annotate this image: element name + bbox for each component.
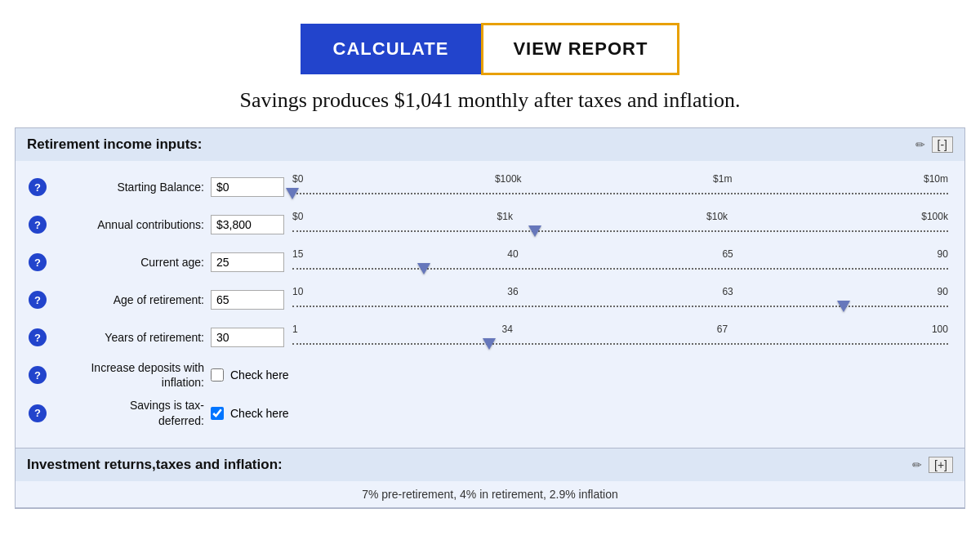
slider-label-sb-10m: $10m bbox=[924, 173, 948, 185]
slider-label-sb-0: $0 bbox=[292, 173, 303, 185]
checkbox-label-tax-deferred: Check here bbox=[230, 407, 289, 420]
slider-years-retirement: 1 34 67 100 bbox=[292, 324, 948, 351]
help-circle-age-retirement[interactable]: ? bbox=[29, 291, 47, 309]
investment-sub-text: 7% pre-retirement, 4% in retirement, 2.9… bbox=[16, 481, 964, 507]
slider-label-ac-0: $0 bbox=[292, 211, 303, 222]
thumb-starting-balance[interactable] bbox=[286, 188, 299, 199]
help-age-retirement: ? bbox=[25, 291, 50, 309]
field-annual-contributions[interactable] bbox=[211, 215, 284, 234]
slider-label-ac-10k: $10k bbox=[706, 211, 728, 222]
input-row-annual-contributions: ? Annual contributions: $0 $1k $10k $100… bbox=[16, 210, 964, 239]
help-inflation: ? bbox=[25, 366, 50, 384]
help-circle-tax-deferred[interactable]: ? bbox=[29, 404, 47, 422]
investment-edit-icon[interactable]: ✏ bbox=[912, 458, 922, 471]
retirement-section: Retirement income inputs: ✏ [-] ? Starti… bbox=[16, 128, 964, 449]
slider-current-age: 15 40 65 90 bbox=[292, 248, 948, 276]
checkbox-area-inflation: Check here bbox=[211, 368, 289, 382]
checkbox-label-inflation: Check here bbox=[230, 368, 289, 382]
dotted-line-ar bbox=[292, 306, 948, 307]
investment-section-header: Investment returns,taxes and inflation: … bbox=[16, 449, 964, 481]
help-circle-annual-contributions[interactable]: ? bbox=[29, 216, 47, 234]
slider-label-sb-100k: $100k bbox=[495, 173, 522, 185]
retirement-section-controls: ✏ [-] bbox=[915, 136, 953, 153]
slider-age-retirement: 10 36 63 90 bbox=[292, 286, 948, 314]
slider-label-ca-40: 40 bbox=[507, 248, 518, 260]
summary-text: Savings produces $1,041 monthly after ta… bbox=[0, 88, 980, 113]
thumb-current-age[interactable] bbox=[417, 263, 430, 274]
slider-label-yr-1: 1 bbox=[292, 324, 298, 335]
field-starting-balance[interactable] bbox=[211, 177, 284, 197]
slider-starting-balance: $0 $100k $1m $10m bbox=[292, 173, 948, 201]
investment-section-title: Investment returns,taxes and inflation: bbox=[27, 457, 283, 473]
checkbox-row-tax-deferred: ? Savings is tax-deferred: Check here bbox=[16, 398, 964, 427]
input-row-years-retirement: ? Years of retirement: 1 34 67 100 bbox=[16, 323, 964, 352]
label-tax-deferred: Savings is tax-deferred: bbox=[51, 398, 211, 427]
slider-label-ar-63: 63 bbox=[722, 286, 733, 297]
slider-label-ar-10: 10 bbox=[292, 286, 303, 297]
label-inflation: Increase deposits withinflation: bbox=[51, 360, 211, 390]
label-starting-balance: Starting Balance: bbox=[51, 181, 211, 194]
investment-expand-button[interactable]: [+] bbox=[929, 457, 953, 473]
slider-label-ac-100k: $100k bbox=[921, 211, 948, 222]
help-circle-inflation[interactable]: ? bbox=[29, 366, 47, 384]
dotted-line-ca bbox=[292, 268, 948, 270]
label-annual-contributions: Annual contributions: bbox=[51, 218, 211, 231]
slider-label-yr-67: 67 bbox=[717, 324, 728, 335]
dotted-line-ac bbox=[292, 230, 948, 232]
help-circle-current-age[interactable]: ? bbox=[29, 253, 47, 271]
slider-annual-contributions: $0 $1k $10k $100k bbox=[292, 211, 948, 239]
retirement-section-title: Retirement income inputs: bbox=[27, 136, 202, 153]
slider-label-ar-36: 36 bbox=[507, 286, 518, 297]
thumb-years-retirement[interactable] bbox=[483, 338, 496, 350]
field-age-retirement[interactable] bbox=[211, 290, 284, 310]
dotted-line-yr bbox=[292, 343, 948, 345]
slider-label-ac-1k: $1k bbox=[497, 211, 513, 222]
view-report-button[interactable]: VIEW REPORT bbox=[481, 23, 679, 75]
help-annual-contributions: ? bbox=[25, 216, 50, 234]
input-row-current-age: ? Current age: 15 40 65 90 bbox=[16, 248, 964, 277]
checkbox-inflation[interactable] bbox=[211, 368, 224, 382]
slider-label-yr-100: 100 bbox=[932, 324, 948, 335]
help-tax-deferred: ? bbox=[25, 404, 50, 422]
checkbox-area-tax-deferred: Check here bbox=[211, 407, 289, 420]
label-current-age: Current age: bbox=[51, 256, 211, 269]
retirement-section-header: Retirement income inputs: ✏ [-] bbox=[16, 128, 964, 161]
retirement-collapse-button[interactable]: [-] bbox=[932, 136, 953, 153]
dotted-line-sb bbox=[292, 193, 948, 194]
input-row-starting-balance: ? Starting Balance: $0 $100k $1m $10m bbox=[16, 172, 964, 202]
help-current-age: ? bbox=[25, 253, 50, 271]
slider-label-ca-90: 90 bbox=[938, 248, 948, 260]
field-current-age[interactable] bbox=[211, 252, 284, 272]
retirement-edit-icon[interactable]: ✏ bbox=[915, 138, 925, 151]
label-years-retirement: Years of retirement: bbox=[51, 331, 211, 344]
input-row-age-retirement: ? Age of retirement: 10 36 63 90 bbox=[16, 285, 964, 315]
investment-section-controls: ✏ [+] bbox=[912, 457, 953, 473]
help-circle-years-retirement[interactable]: ? bbox=[29, 328, 47, 346]
thumb-age-retirement[interactable] bbox=[837, 301, 850, 312]
retirement-inputs-body: ? Starting Balance: $0 $100k $1m $10m bbox=[16, 161, 964, 448]
help-starting-balance: ? bbox=[25, 178, 50, 196]
slider-label-yr-34: 34 bbox=[502, 324, 513, 335]
top-buttons: CALCULATE VIEW REPORT bbox=[0, 0, 980, 88]
help-circle-starting-balance[interactable]: ? bbox=[29, 178, 47, 196]
help-years-retirement: ? bbox=[25, 328, 50, 346]
label-age-retirement: Age of retirement: bbox=[51, 293, 211, 306]
investment-section: Investment returns,taxes and inflation: … bbox=[16, 449, 964, 508]
field-years-retirement[interactable] bbox=[211, 328, 284, 347]
thumb-annual-contributions[interactable] bbox=[528, 225, 541, 237]
slider-label-ar-90: 90 bbox=[938, 286, 948, 297]
slider-label-sb-1m: $1m bbox=[713, 173, 732, 185]
slider-label-ca-15: 15 bbox=[292, 248, 303, 260]
main-container: Retirement income inputs: ✏ [-] ? Starti… bbox=[15, 127, 965, 509]
checkbox-row-inflation: ? Increase deposits withinflation: Check… bbox=[16, 360, 964, 390]
checkbox-tax-deferred[interactable] bbox=[211, 407, 224, 420]
calculate-button[interactable]: CALCULATE bbox=[301, 24, 482, 74]
slider-label-ca-65: 65 bbox=[722, 248, 733, 260]
